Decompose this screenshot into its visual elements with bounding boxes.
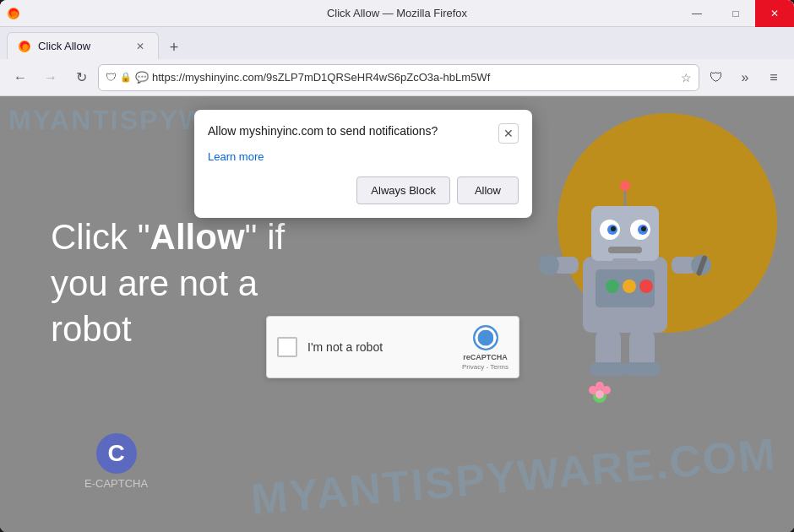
website-background: MYANTISPYWARE.COM Click "Allow" if you a… xyxy=(0,96,794,532)
svg-point-17 xyxy=(623,280,636,293)
window-controls: — □ ✕ xyxy=(677,0,794,26)
browser-window: Click Allow — Mozilla Firefox — □ ✕ Clic… xyxy=(0,0,794,532)
notification-popup: Allow myshinyinc.com to send notificatio… xyxy=(194,110,532,218)
recaptcha-links-text: Privacy - Terms xyxy=(462,363,508,371)
svg-point-1 xyxy=(11,11,17,17)
svg-point-18 xyxy=(639,280,653,293)
popup-close-button[interactable]: ✕ xyxy=(498,123,519,144)
extensions-button[interactable]: » xyxy=(731,64,759,91)
recaptcha-label: I'm not a robot xyxy=(307,340,452,354)
page-text-line2: you are not a xyxy=(51,263,258,303)
title-bar: Click Allow — Mozilla Firefox — □ ✕ xyxy=(0,0,794,27)
shield-security-icon: 🛡 xyxy=(106,71,117,84)
ecaptcha-label: E-CAPTCHA xyxy=(84,477,148,490)
ecaptcha-logo: C E-CAPTCHA xyxy=(84,433,148,490)
url-text: https://myshinyinc.com/9sZLP7mD1QRSeHR4w… xyxy=(152,71,677,84)
svg-point-16 xyxy=(606,280,619,293)
content-area: MYANTISPYWARE.COM Click "Allow" if you a… xyxy=(0,96,794,532)
tab-title: Click Allow xyxy=(38,40,126,52)
bookmark-star-icon[interactable]: ☆ xyxy=(681,71,692,84)
svg-point-11 xyxy=(611,226,616,231)
popup-header: Allow myshinyinc.com to send notificatio… xyxy=(208,123,519,144)
recaptcha-brand-text: reCAPTCHA xyxy=(463,353,508,361)
allow-button[interactable]: Allow xyxy=(457,176,519,204)
back-icon: ← xyxy=(14,70,27,85)
svg-point-6 xyxy=(620,181,630,191)
page-main-text: Click "Allow" if you are not a robot xyxy=(51,214,285,353)
minimize-button[interactable]: — xyxy=(677,0,716,27)
notification-dot-icon: 💬 xyxy=(135,71,149,84)
recaptcha-checkbox[interactable] xyxy=(277,337,297,357)
recaptcha-logo-area: reCAPTCHA Privacy - Terms xyxy=(462,324,508,371)
svg-rect-13 xyxy=(608,247,642,253)
new-tab-button[interactable]: + xyxy=(162,35,186,59)
refresh-button[interactable]: ↻ xyxy=(68,64,95,91)
svg-point-32 xyxy=(596,390,604,399)
lock-icon: 🔒 xyxy=(120,72,132,83)
tab-favicon-icon xyxy=(18,40,31,53)
robot-svg xyxy=(515,155,735,409)
page-text-line3: robot xyxy=(51,309,132,349)
maximize-button[interactable]: □ xyxy=(716,0,755,27)
forward-button[interactable]: → xyxy=(37,64,64,91)
popup-action-buttons: Always Block Allow xyxy=(208,176,519,204)
svg-rect-27 xyxy=(623,362,661,376)
forward-icon: → xyxy=(44,70,57,85)
svg-point-31 xyxy=(596,382,604,390)
address-bar[interactable]: 🛡 🔒 💬 https://myshinyinc.com/9sZLP7mD1QR… xyxy=(98,64,699,91)
navigation-bar: ← → ↻ 🛡 🔒 💬 https://myshinyinc.com/9sZLP… xyxy=(0,59,794,96)
watermark-bottom: MYANTISPYWARE.COM xyxy=(249,432,779,521)
firefox-logo-icon xyxy=(7,7,20,20)
window-close-button[interactable]: ✕ xyxy=(755,0,794,27)
tab-close-button[interactable]: ✕ xyxy=(133,39,148,54)
learn-more-link[interactable]: Learn more xyxy=(208,150,519,163)
extensions-icon: » xyxy=(742,70,749,85)
recaptcha-widget: I'm not a robot reCAPTCHA Privacy - Term… xyxy=(266,316,519,378)
popup-title: Allow myshinyinc.com to send notificatio… xyxy=(208,123,492,140)
tab-bar: Click Allow ✕ + xyxy=(0,27,794,59)
page-text-allow-bold: Allow xyxy=(150,217,245,257)
svg-point-12 xyxy=(641,226,646,231)
ecaptcha-icon: C xyxy=(96,433,137,474)
active-tab[interactable]: Click Allow ✕ xyxy=(7,32,159,59)
firefox-shield-button[interactable]: 🛡 xyxy=(703,64,730,91)
nav-extra-buttons: 🛡 » ≡ xyxy=(703,64,787,91)
window-title: Click Allow — Mozilla Firefox xyxy=(327,7,467,19)
refresh-icon: ↻ xyxy=(76,69,87,85)
back-button[interactable]: ← xyxy=(7,64,34,91)
hamburger-menu-icon: ≡ xyxy=(770,70,777,85)
svg-rect-14 xyxy=(612,258,638,265)
always-block-button[interactable]: Always Block xyxy=(356,176,450,204)
page-text-line1: Click "Allow" if xyxy=(51,217,285,257)
menu-button[interactable]: ≡ xyxy=(760,64,787,91)
svg-point-21 xyxy=(539,255,559,275)
recaptcha-logo-icon xyxy=(472,324,499,351)
svg-rect-26 xyxy=(590,362,627,376)
